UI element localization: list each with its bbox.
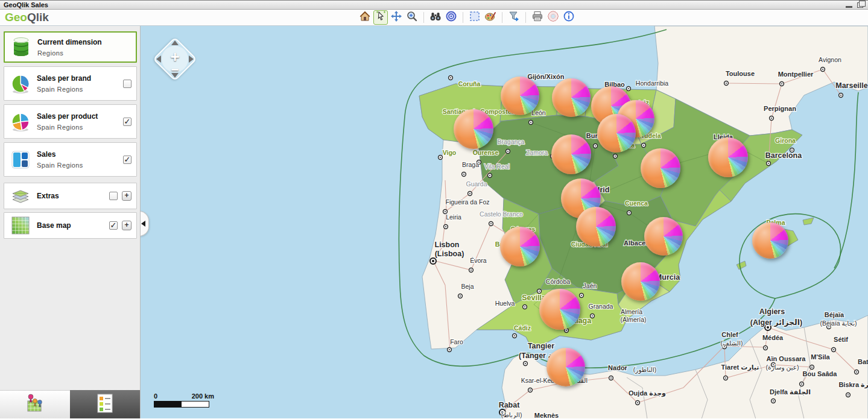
target-icon xyxy=(445,10,457,25)
toolbar-separator xyxy=(502,12,502,23)
layer-checkbox[interactable] xyxy=(109,192,118,200)
sales-pie-valencia[interactable] xyxy=(644,217,683,256)
sales-pie-baleares[interactable] xyxy=(752,222,788,259)
city-marker xyxy=(594,144,598,148)
city-marker xyxy=(724,376,728,380)
sales-pie-andalucia[interactable] xyxy=(539,289,580,330)
pointer-tool-button[interactable] xyxy=(373,10,388,25)
toolbar-separator xyxy=(463,12,463,23)
minimize-icon[interactable] xyxy=(846,6,852,8)
sales-pie-aragon[interactable] xyxy=(641,148,680,188)
map-canvas[interactable]: CoruñaSantiago de CompostelaVigoOurenseG… xyxy=(141,26,868,418)
layer-checkbox[interactable] xyxy=(123,80,131,88)
city-marker xyxy=(839,93,843,98)
layer-subtitle: Spain Regions xyxy=(37,162,119,169)
layer-subtitle: Spain Regions xyxy=(37,86,119,93)
map-label: Bragança xyxy=(498,138,525,145)
city-marker xyxy=(444,225,448,229)
layer-card-sales-per-brand[interactable]: Sales per brandSpain Regions xyxy=(4,66,137,101)
layer-card-sales-per-product[interactable]: Sales per productSpain Regions✓ xyxy=(4,104,137,139)
sales-pie-castilla-y-leon[interactable] xyxy=(551,134,591,174)
home-icon xyxy=(359,10,371,25)
sales-pie-la-rioja[interactable] xyxy=(597,114,636,153)
city-marker xyxy=(627,87,631,91)
home-tool-button[interactable] xyxy=(358,10,372,25)
capital-marker xyxy=(430,258,436,264)
sales-pie-murcia[interactable] xyxy=(621,262,660,301)
sales-pie-cataluna[interactable] xyxy=(708,137,748,177)
city-marker xyxy=(580,294,584,298)
chevron-left-icon xyxy=(141,221,145,227)
map-label: Córdoba xyxy=(546,278,570,285)
city-marker xyxy=(458,294,463,298)
city-marker xyxy=(770,116,774,121)
logo-geo: Geo xyxy=(5,11,27,24)
binoculars-tool-button[interactable] xyxy=(428,10,443,25)
map-label: Faro xyxy=(450,338,463,345)
map-label: Figueira da Foz xyxy=(446,198,490,206)
map-label: (Bejaïa بجاية) xyxy=(820,320,857,327)
sales-pie-galicia[interactable] xyxy=(454,109,493,149)
map-label: Girona xyxy=(775,137,796,144)
window-titlebar[interactable]: GeoQlik Sales xyxy=(0,0,868,10)
city-marker xyxy=(821,68,825,72)
target-tool-button[interactable] xyxy=(444,10,458,25)
city-marker xyxy=(488,174,492,178)
info-tool-button[interactable] xyxy=(562,10,576,25)
city-marker xyxy=(462,172,466,177)
sales-pie-extremadura[interactable] xyxy=(500,227,540,266)
layer-card-sales[interactable]: SalesSpain Regions✓ xyxy=(4,142,137,177)
zoom-icon xyxy=(406,10,418,25)
city-marker xyxy=(764,346,768,350)
zoom-out-button[interactable]: − xyxy=(154,63,196,77)
layer-title: Base map xyxy=(37,221,106,230)
current-dimension-title: Current dimension xyxy=(37,38,131,46)
lifebuoy-tool-button[interactable] xyxy=(546,10,560,25)
city-marker xyxy=(800,382,804,386)
map-pins-view-button[interactable] xyxy=(0,390,70,418)
layer-checkbox[interactable]: ✓ xyxy=(109,221,118,230)
map-label: Djelfa الجلفة xyxy=(770,388,811,395)
map-label: Rabat xyxy=(499,401,521,409)
layer-subtitle: Spain Regions xyxy=(37,124,119,131)
printer-tool-button[interactable] xyxy=(530,10,545,25)
map-label: Leiria xyxy=(446,213,461,221)
map-label: Beja xyxy=(461,283,474,290)
map-label: (عين وسارة) xyxy=(766,364,799,371)
map-label: Almería xyxy=(621,308,642,315)
layer-checkbox[interactable]: ✓ xyxy=(123,118,131,126)
city-marker xyxy=(767,162,771,166)
city-marker xyxy=(855,370,859,374)
city-marker xyxy=(524,362,528,366)
city-marker xyxy=(468,192,472,196)
pan-tool-button[interactable] xyxy=(389,10,404,25)
pointer-icon xyxy=(375,10,387,25)
sales-pie-castilla-la-mancha[interactable] xyxy=(576,207,616,247)
restore-icon[interactable] xyxy=(857,2,863,8)
sales-pie-cantabria[interactable] xyxy=(552,78,591,117)
binoculars-icon xyxy=(429,10,442,25)
select-rect-icon xyxy=(469,10,481,25)
layer-checkbox[interactable]: ✓ xyxy=(123,156,131,164)
choropleth-icon xyxy=(9,150,32,170)
layer-expand-button[interactable]: + xyxy=(122,221,131,230)
current-dimension-card[interactable]: Current dimensionRegions xyxy=(4,31,137,63)
map-label: Médéa xyxy=(762,334,784,341)
legend-view-button[interactable] xyxy=(70,390,141,418)
sales-pie-ceuta[interactable] xyxy=(546,348,585,386)
zoom-tool-button[interactable] xyxy=(405,10,419,25)
filter-tool-button[interactable] xyxy=(507,10,521,25)
map-navigation-control[interactable]: + − xyxy=(154,38,196,80)
layer-card-extras[interactable]: Extras+ xyxy=(4,183,137,209)
map-label: Avignon xyxy=(819,56,841,63)
sales-pie-asturias[interactable] xyxy=(501,77,539,115)
layer-card-base-map[interactable]: Base map✓+ xyxy=(4,212,137,239)
legend-icon xyxy=(96,393,114,416)
select-rect-tool-button[interactable] xyxy=(467,10,482,25)
current-dimension-value: Regions xyxy=(37,49,131,57)
map-label: Castelo Branco xyxy=(480,210,523,218)
map-label: (Alger الجزائر) xyxy=(750,318,802,327)
layer-expand-button[interactable]: + xyxy=(122,191,131,201)
database-icon xyxy=(10,36,33,58)
palette-tool-button[interactable] xyxy=(483,10,498,25)
